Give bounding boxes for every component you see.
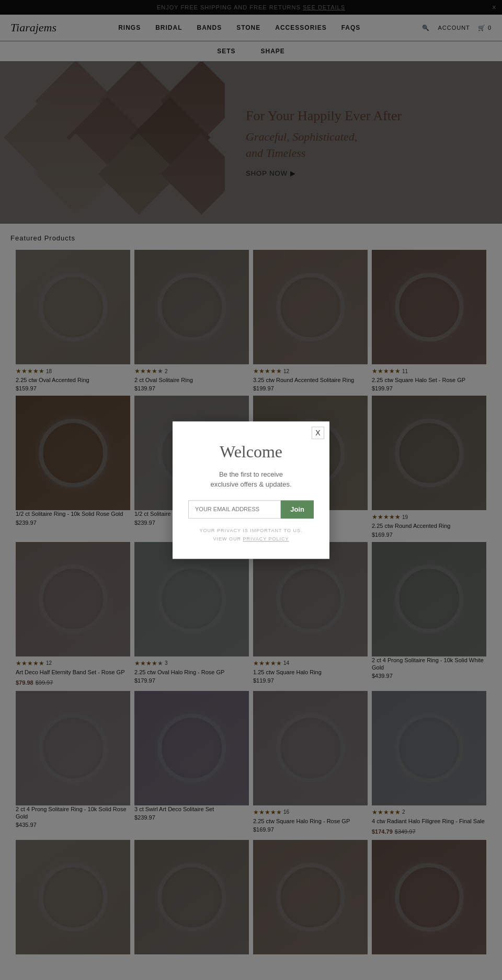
welcome-modal: X Welcome Be the first to receiveexclusi… — [173, 421, 329, 559]
privacy-policy-link[interactable]: PRIVACY POLICY — [243, 536, 289, 541]
modal-privacy: YOUR PRIVACY IS IMPORTANT TO US. VIEW OU… — [188, 526, 314, 543]
modal-close-button[interactable]: X — [312, 426, 324, 439]
modal-form: Join — [188, 500, 314, 518]
modal-title: Welcome — [188, 442, 314, 462]
modal-subtitle: Be the first to receiveexclusive offers … — [188, 469, 314, 490]
email-input[interactable] — [188, 500, 281, 518]
join-button[interactable]: Join — [281, 500, 314, 518]
